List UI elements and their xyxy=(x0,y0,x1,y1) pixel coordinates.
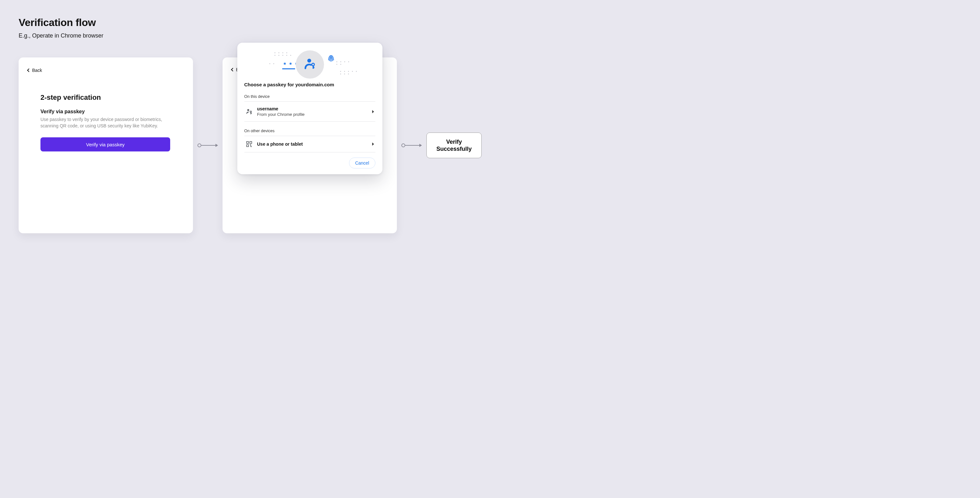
connector-line xyxy=(405,145,419,146)
connector-start-icon xyxy=(401,143,405,147)
dialog-title-prefix: Choose a passkey for xyxy=(244,82,294,87)
connector-line xyxy=(201,145,215,146)
flow-connector-1 xyxy=(197,143,218,147)
step1-body: 2-step verification Verify via passkey U… xyxy=(28,73,184,151)
verify-via-passkey-button[interactable]: Verify via passkey xyxy=(40,137,170,151)
chevron-left-icon xyxy=(27,68,30,72)
passkey-option-profile[interactable]: username From your Chrome profile xyxy=(244,102,375,122)
decor-dots: • • xyxy=(269,63,275,65)
arrow-right-icon xyxy=(419,144,422,147)
flow-stage: Back 2-step verification Verify via pass… xyxy=(19,57,482,233)
chevron-left-icon xyxy=(231,68,234,71)
arrow-right-icon xyxy=(215,144,218,147)
passkey-option-text: Use a phone or tablet xyxy=(257,141,372,147)
passkey-username: username xyxy=(257,106,372,111)
step1-description: Use passkey to verify by your device pas… xyxy=(40,116,169,129)
dialog-content: Choose a passkey for yourdomain.com On t… xyxy=(237,79,382,152)
step1-subheading: Verify via passkey xyxy=(40,109,171,114)
passkey-dialog: • • • •• • • • • • • ＊＊＊ xyxy=(237,43,382,174)
dialog-title: Choose a passkey for yourdomain.com xyxy=(244,82,375,87)
decor-dots: • • • •• • xyxy=(336,61,350,66)
svg-point-2 xyxy=(247,109,249,111)
svg-rect-4 xyxy=(247,141,248,143)
decor-dots: • • • • •• • • xyxy=(340,70,358,75)
decor-dots: • • • •• • • • • xyxy=(275,52,293,57)
dialog-hero: • • • •• • • • • • • ＊＊＊ xyxy=(237,50,382,79)
step1-heading: 2-step verification xyxy=(40,94,171,102)
diagram-header: Verification flow E.g., Operate in Chrom… xyxy=(19,17,103,39)
back-button[interactable]: Back xyxy=(28,68,42,73)
passkey-source: From your Chrome profile xyxy=(257,112,372,117)
svg-point-1 xyxy=(312,63,314,66)
svg-point-3 xyxy=(250,111,251,112)
diagram-subtitle: E.g., Operate in Chrome browser xyxy=(19,32,103,39)
qr-icon xyxy=(246,141,253,147)
dialog-domain: yourdomain.com xyxy=(296,82,334,87)
flow-connector-2 xyxy=(401,143,422,147)
result-line2: Successfully xyxy=(436,145,472,153)
svg-rect-5 xyxy=(250,141,252,143)
password-underline-icon xyxy=(282,68,295,69)
on-other-devices-label: On other devices xyxy=(244,128,375,133)
user-key-icon xyxy=(246,108,253,115)
svg-point-0 xyxy=(307,59,311,63)
passkey-option-other-device[interactable]: Use a phone or tablet xyxy=(244,136,375,152)
user-passkey-icon xyxy=(304,57,316,71)
step1-card: Back 2-step verification Verify via pass… xyxy=(19,57,193,233)
caret-right-icon xyxy=(372,110,374,113)
scallop-badge xyxy=(296,51,324,79)
dialog-footer: Cancel xyxy=(237,152,382,168)
caret-right-icon xyxy=(372,143,374,146)
step2-wrap: Back • • • •• • • • • • • ＊＊＊ xyxy=(223,57,397,233)
result-line1: Verify xyxy=(446,138,462,146)
back-label: Back xyxy=(32,68,42,73)
on-this-device-label: On this device xyxy=(244,94,375,99)
other-device-label: Use a phone or tablet xyxy=(257,141,372,147)
passkey-option-text: username From your Chrome profile xyxy=(257,106,372,117)
result-badge: Verify Successfully xyxy=(426,133,482,158)
diagram-title: Verification flow xyxy=(19,17,103,29)
fingerprint-icon xyxy=(326,54,336,64)
svg-rect-6 xyxy=(247,145,248,147)
connector-start-icon xyxy=(197,143,201,147)
cancel-button[interactable]: Cancel xyxy=(349,157,375,168)
